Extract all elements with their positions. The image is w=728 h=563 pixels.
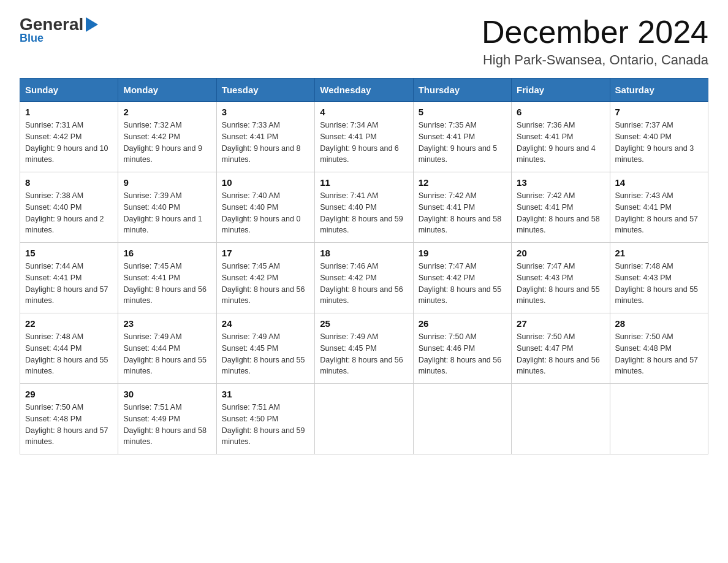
col-tuesday: Tuesday xyxy=(216,79,314,102)
day-number: 26 xyxy=(419,318,506,329)
day-number: 4 xyxy=(320,107,408,117)
day-number: 22 xyxy=(25,318,113,329)
table-row: 29 Sunrise: 7:50 AM Sunset: 4:48 PM Dayl… xyxy=(20,384,118,454)
day-number: 5 xyxy=(419,107,506,117)
table-row: 25 Sunrise: 7:49 AM Sunset: 4:45 PM Dayl… xyxy=(315,313,413,384)
day-info: Sunrise: 7:49 AM Sunset: 4:45 PM Dayligh… xyxy=(222,331,309,377)
day-info: Sunrise: 7:49 AM Sunset: 4:45 PM Dayligh… xyxy=(320,331,408,377)
table-row: 10 Sunrise: 7:40 AM Sunset: 4:40 PM Dayl… xyxy=(216,172,314,243)
day-number: 2 xyxy=(123,107,211,117)
day-number: 28 xyxy=(615,318,703,329)
day-number: 6 xyxy=(517,107,604,117)
table-row: 31 Sunrise: 7:51 AM Sunset: 4:50 PM Dayl… xyxy=(216,384,314,454)
day-number: 17 xyxy=(222,248,309,258)
col-thursday: Thursday xyxy=(413,79,511,102)
day-info: Sunrise: 7:41 AM Sunset: 4:40 PM Dayligh… xyxy=(320,190,408,236)
day-info: Sunrise: 7:50 AM Sunset: 4:46 PM Dayligh… xyxy=(419,331,506,377)
day-number: 24 xyxy=(222,318,309,329)
calendar-table: Sunday Monday Tuesday Wednesday Thursday… xyxy=(20,78,708,454)
day-number: 29 xyxy=(25,389,113,399)
day-info: Sunrise: 7:46 AM Sunset: 4:42 PM Dayligh… xyxy=(320,261,408,307)
table-row: 2 Sunrise: 7:32 AM Sunset: 4:42 PM Dayli… xyxy=(118,102,216,172)
day-info: Sunrise: 7:32 AM Sunset: 4:42 PM Dayligh… xyxy=(123,120,211,166)
calendar-week-row: 8 Sunrise: 7:38 AM Sunset: 4:40 PM Dayli… xyxy=(20,172,708,243)
day-info: Sunrise: 7:44 AM Sunset: 4:41 PM Dayligh… xyxy=(25,261,113,307)
table-row: 28 Sunrise: 7:50 AM Sunset: 4:48 PM Dayl… xyxy=(610,313,708,384)
table-row: 30 Sunrise: 7:51 AM Sunset: 4:49 PM Dayl… xyxy=(118,384,216,454)
days-of-week-row: Sunday Monday Tuesday Wednesday Thursday… xyxy=(20,79,708,102)
day-number: 10 xyxy=(222,177,309,188)
day-number: 18 xyxy=(320,248,408,258)
day-info: Sunrise: 7:51 AM Sunset: 4:49 PM Dayligh… xyxy=(123,402,211,448)
calendar-week-row: 1 Sunrise: 7:31 AM Sunset: 4:42 PM Dayli… xyxy=(20,102,708,172)
day-info: Sunrise: 7:49 AM Sunset: 4:44 PM Dayligh… xyxy=(123,331,211,377)
day-number: 11 xyxy=(320,177,408,188)
day-info: Sunrise: 7:51 AM Sunset: 4:50 PM Dayligh… xyxy=(222,402,309,448)
table-row: 11 Sunrise: 7:41 AM Sunset: 4:40 PM Dayl… xyxy=(315,172,413,243)
day-info: Sunrise: 7:50 AM Sunset: 4:48 PM Dayligh… xyxy=(615,331,703,377)
calendar-week-row: 29 Sunrise: 7:50 AM Sunset: 4:48 PM Dayl… xyxy=(20,384,708,454)
calendar-week-row: 22 Sunrise: 7:48 AM Sunset: 4:44 PM Dayl… xyxy=(20,313,708,384)
col-sunday: Sunday xyxy=(20,79,118,102)
day-info: Sunrise: 7:33 AM Sunset: 4:41 PM Dayligh… xyxy=(222,120,309,166)
col-friday: Friday xyxy=(512,79,610,102)
table-row: 7 Sunrise: 7:37 AM Sunset: 4:40 PM Dayli… xyxy=(610,102,708,172)
table-row: 3 Sunrise: 7:33 AM Sunset: 4:41 PM Dayli… xyxy=(216,102,314,172)
table-row: 12 Sunrise: 7:42 AM Sunset: 4:41 PM Dayl… xyxy=(413,172,511,243)
day-number: 27 xyxy=(517,318,604,329)
day-info: Sunrise: 7:50 AM Sunset: 4:48 PM Dayligh… xyxy=(25,402,113,448)
table-row: 1 Sunrise: 7:31 AM Sunset: 4:42 PM Dayli… xyxy=(20,102,118,172)
day-number: 25 xyxy=(320,318,408,329)
day-info: Sunrise: 7:40 AM Sunset: 4:40 PM Dayligh… xyxy=(222,190,309,236)
page-header: General Blue December 2024 High Park-Swa… xyxy=(20,15,708,68)
day-info: Sunrise: 7:45 AM Sunset: 4:42 PM Dayligh… xyxy=(222,261,309,307)
calendar-week-row: 15 Sunrise: 7:44 AM Sunset: 4:41 PM Dayl… xyxy=(20,243,708,313)
day-number: 14 xyxy=(615,177,703,188)
day-info: Sunrise: 7:42 AM Sunset: 4:41 PM Dayligh… xyxy=(419,190,506,236)
day-number: 20 xyxy=(517,248,604,258)
day-info: Sunrise: 7:47 AM Sunset: 4:43 PM Dayligh… xyxy=(517,261,604,307)
table-row: 16 Sunrise: 7:45 AM Sunset: 4:41 PM Dayl… xyxy=(118,243,216,313)
table-row: 9 Sunrise: 7:39 AM Sunset: 4:40 PM Dayli… xyxy=(118,172,216,243)
table-row: 21 Sunrise: 7:48 AM Sunset: 4:43 PM Dayl… xyxy=(610,243,708,313)
day-info: Sunrise: 7:39 AM Sunset: 4:40 PM Dayligh… xyxy=(123,190,211,236)
table-row: 22 Sunrise: 7:48 AM Sunset: 4:44 PM Dayl… xyxy=(20,313,118,384)
day-number: 7 xyxy=(615,107,703,117)
col-saturday: Saturday xyxy=(610,79,708,102)
table-row: 6 Sunrise: 7:36 AM Sunset: 4:41 PM Dayli… xyxy=(512,102,610,172)
day-info: Sunrise: 7:38 AM Sunset: 4:40 PM Dayligh… xyxy=(25,190,113,236)
logo-blue-text: Blue xyxy=(20,32,44,45)
day-info: Sunrise: 7:48 AM Sunset: 4:43 PM Dayligh… xyxy=(615,261,703,307)
logo-triangle-icon xyxy=(86,17,98,32)
day-info: Sunrise: 7:45 AM Sunset: 4:41 PM Dayligh… xyxy=(123,261,211,307)
day-number: 15 xyxy=(25,248,113,258)
title-section: December 2024 High Park-Swansea, Ontario… xyxy=(482,15,708,68)
day-number: 12 xyxy=(419,177,506,188)
table-row xyxy=(315,384,413,454)
day-number: 3 xyxy=(222,107,309,117)
table-row: 8 Sunrise: 7:38 AM Sunset: 4:40 PM Dayli… xyxy=(20,172,118,243)
day-info: Sunrise: 7:35 AM Sunset: 4:41 PM Dayligh… xyxy=(419,120,506,166)
day-number: 16 xyxy=(123,248,211,258)
table-row: 24 Sunrise: 7:49 AM Sunset: 4:45 PM Dayl… xyxy=(216,313,314,384)
table-row: 14 Sunrise: 7:43 AM Sunset: 4:41 PM Dayl… xyxy=(610,172,708,243)
table-row: 15 Sunrise: 7:44 AM Sunset: 4:41 PM Dayl… xyxy=(20,243,118,313)
col-monday: Monday xyxy=(118,79,216,102)
table-row: 19 Sunrise: 7:47 AM Sunset: 4:42 PM Dayl… xyxy=(413,243,511,313)
day-info: Sunrise: 7:50 AM Sunset: 4:47 PM Dayligh… xyxy=(517,331,604,377)
location-subtitle: High Park-Swansea, Ontario, Canada xyxy=(482,52,708,68)
day-number: 1 xyxy=(25,107,113,117)
table-row: 5 Sunrise: 7:35 AM Sunset: 4:41 PM Dayli… xyxy=(413,102,511,172)
day-info: Sunrise: 7:48 AM Sunset: 4:44 PM Dayligh… xyxy=(25,331,113,377)
main-title: December 2024 xyxy=(482,15,708,50)
day-number: 8 xyxy=(25,177,113,188)
table-row: 27 Sunrise: 7:50 AM Sunset: 4:47 PM Dayl… xyxy=(512,313,610,384)
table-row: 17 Sunrise: 7:45 AM Sunset: 4:42 PM Dayl… xyxy=(216,243,314,313)
day-number: 19 xyxy=(419,248,506,258)
day-number: 13 xyxy=(517,177,604,188)
table-row: 20 Sunrise: 7:47 AM Sunset: 4:43 PM Dayl… xyxy=(512,243,610,313)
day-info: Sunrise: 7:36 AM Sunset: 4:41 PM Dayligh… xyxy=(517,120,604,166)
day-info: Sunrise: 7:31 AM Sunset: 4:42 PM Dayligh… xyxy=(25,120,113,166)
table-row: 26 Sunrise: 7:50 AM Sunset: 4:46 PM Dayl… xyxy=(413,313,511,384)
col-wednesday: Wednesday xyxy=(315,79,413,102)
